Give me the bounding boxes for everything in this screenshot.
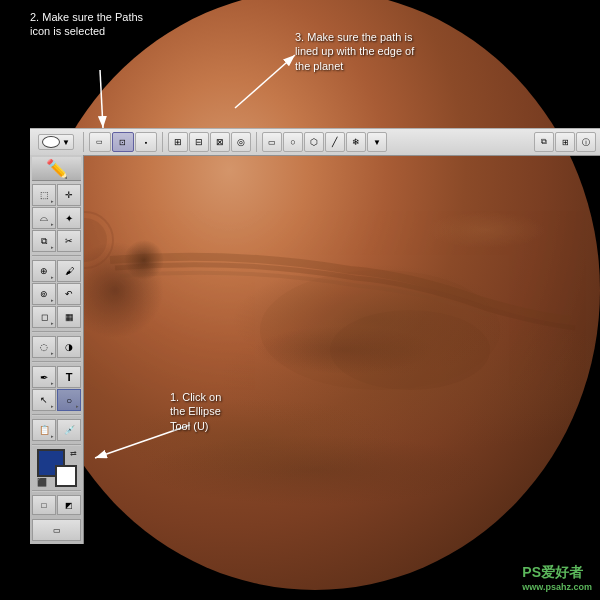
- reset-colors-icon[interactable]: ⬛: [37, 478, 47, 487]
- path-select-tool[interactable]: ↖▸: [32, 389, 56, 411]
- tool-sep-1: [32, 255, 81, 257]
- move-tool[interactable]: ✛: [57, 184, 81, 206]
- annotation-path-align: 3. Make sure the path is lined up with t…: [295, 30, 414, 73]
- mode-group: ▭ ⊡ ▪: [89, 132, 157, 152]
- circle-btn[interactable]: ○: [283, 132, 303, 152]
- standard-mode-btn[interactable]: □: [32, 495, 56, 515]
- color-swatches: ⬛ ⇄: [37, 449, 77, 487]
- toolbox-handle[interactable]: ✏️: [32, 157, 81, 181]
- tool-sep-5: [32, 444, 81, 446]
- watermark: PS爱好者 www.psahz.com: [522, 564, 592, 592]
- annotation-2-line1: 2. Make sure the Paths: [30, 11, 143, 23]
- tool-row-2: ⌓▸ ✦: [32, 207, 81, 229]
- tool-sep-4: [32, 414, 81, 416]
- swap-colors-icon[interactable]: ⇄: [70, 449, 77, 458]
- tool-sep-3: [32, 361, 81, 363]
- annotation-ellipse-tool: 1. Click on the Ellipse Tool (U): [170, 390, 221, 433]
- tool-row-9: ↖▸ ○▸: [32, 389, 81, 411]
- annotation-3-line3: the planet: [295, 60, 343, 72]
- dodge-tool[interactable]: ◑: [57, 336, 81, 358]
- exclude-path-btn[interactable]: ◎: [231, 132, 251, 152]
- screen-mode-btn[interactable]: ▭: [32, 519, 81, 541]
- background-color[interactable]: [55, 465, 77, 487]
- shape-options: ▼: [34, 134, 78, 150]
- healing-tool[interactable]: ⊕▸: [32, 260, 56, 282]
- custom-shape-btn[interactable]: ❄: [346, 132, 366, 152]
- handle-icon: ✏️: [46, 158, 68, 180]
- annotation-3-line1: 3. Make sure the path is: [295, 31, 412, 43]
- annotation-paths-icon: 2. Make sure the Paths icon is selected: [30, 10, 143, 39]
- ellipse-preview: [42, 136, 60, 148]
- path-ops-group: ⊞ ⊟ ⊠ ◎: [168, 132, 251, 152]
- magic-wand-tool[interactable]: ✦: [57, 207, 81, 229]
- layers-btn[interactable]: ⊞: [555, 132, 575, 152]
- annotation-2-line2: icon is selected: [30, 25, 105, 37]
- gradient-tool[interactable]: ▦: [57, 306, 81, 328]
- eyedropper-tool[interactable]: 💉: [57, 419, 81, 441]
- ellipse-tool[interactable]: ○▸: [57, 389, 81, 411]
- watermark-brand: PS爱好者: [522, 564, 592, 582]
- shape-dropdown[interactable]: ▼: [38, 134, 74, 150]
- tool-row-6: ◻▸ ▦: [32, 306, 81, 328]
- quick-mask-btn[interactable]: ◩: [57, 495, 81, 515]
- subtract-path-btn[interactable]: ⊟: [189, 132, 209, 152]
- mars-planet: [30, 0, 600, 590]
- intersect-path-btn[interactable]: ⊠: [210, 132, 230, 152]
- color-section: ⬛ ⇄: [32, 449, 81, 487]
- mars-background: [30, 0, 600, 600]
- lasso-tool[interactable]: ⌓▸: [32, 207, 56, 229]
- blur-tool[interactable]: ◌▸: [32, 336, 56, 358]
- tool-row-7: ◌▸ ◑: [32, 336, 81, 358]
- add-to-path-btn[interactable]: ⊞: [168, 132, 188, 152]
- crop-tool[interactable]: ⧉▸: [32, 230, 56, 252]
- tool-row-4: ⊕▸ 🖌: [32, 260, 81, 282]
- marquee-rect-tool[interactable]: ⬚▸: [32, 184, 56, 206]
- screen-mode-row: ▭: [32, 519, 81, 541]
- sep-1: [83, 132, 84, 152]
- svg-point-3: [330, 310, 490, 390]
- tool-row-10: 📋▸ 💉: [32, 419, 81, 441]
- shape-group: ▭ ○ ⬡ ╱ ❄ ▼: [262, 132, 387, 152]
- tool-row-8: ✒▸ T: [32, 366, 81, 388]
- notes-tool[interactable]: 📋▸: [32, 419, 56, 441]
- right-controls: ⧉ ⊞ ⓘ: [534, 132, 596, 152]
- annotation-1-line2: the Ellipse: [170, 405, 221, 417]
- annotation-1-line1: 1. Click on: [170, 391, 221, 403]
- eraser-tool[interactable]: ◻▸: [32, 306, 56, 328]
- tool-row-3: ⧉▸ ✂: [32, 230, 81, 252]
- shape-layers-btn[interactable]: ▭: [89, 132, 111, 152]
- quick-mask-row: □ ◩: [32, 495, 81, 515]
- sep-2: [162, 132, 163, 152]
- dropdown-btn[interactable]: ▼: [367, 132, 387, 152]
- tool-row-5: ⊚▸ ↶: [32, 283, 81, 305]
- info-btn[interactable]: ⓘ: [576, 132, 596, 152]
- brush-tool[interactable]: 🖌: [57, 260, 81, 282]
- paths-btn[interactable]: ⊡: [112, 132, 134, 152]
- toolbox: ✏️ ⬚▸ ✛ ⌓▸ ✦ ⧉▸ ✂ ⊕▸ 🖌 ⊚▸ ↶ ◻▸ ▦ ◌▸ ◑ ✒▸…: [30, 155, 84, 544]
- dropdown-arrow: ▼: [62, 138, 70, 147]
- tool-row-1: ⬚▸ ✛: [32, 184, 81, 206]
- rounded-rect-btn[interactable]: ▭: [262, 132, 282, 152]
- stamp-tool[interactable]: ⊚▸: [32, 283, 56, 305]
- sep-3: [256, 132, 257, 152]
- watermark-url: www.psahz.com: [522, 582, 592, 592]
- tool-sep-2: [32, 331, 81, 333]
- type-tool[interactable]: T: [57, 366, 81, 388]
- options-toolbar: ▼ ▭ ⊡ ▪ ⊞ ⊟ ⊠ ◎ ▭ ○ ⬡ ╱ ❄ ▼ ⧉ ⊞ ⓘ: [30, 128, 600, 156]
- fill-pixels-btn[interactable]: ▪: [135, 132, 157, 152]
- slice-tool[interactable]: ✂: [57, 230, 81, 252]
- line-btn[interactable]: ╱: [325, 132, 345, 152]
- annotation-3-line2: lined up with the edge of: [295, 45, 414, 57]
- palette-btn[interactable]: ⧉: [534, 132, 554, 152]
- history-tool[interactable]: ↶: [57, 283, 81, 305]
- annotation-1-line3: Tool (U): [170, 420, 209, 432]
- poly-btn[interactable]: ⬡: [304, 132, 324, 152]
- pen-tool[interactable]: ✒▸: [32, 366, 56, 388]
- tool-sep-6: [32, 490, 81, 492]
